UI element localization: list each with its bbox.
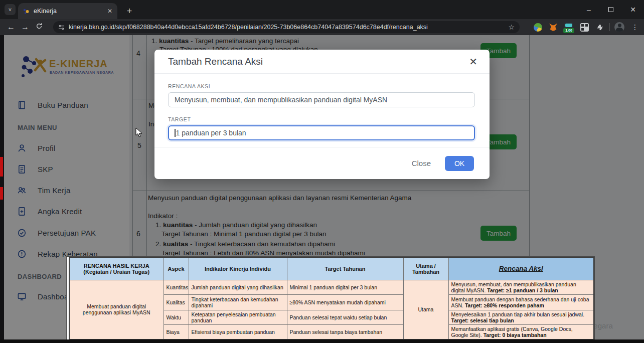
target-label: TARGET: [168, 116, 476, 122]
browser-toolbar: ← → kinerja.bkn.go.id/skp/f068288b40a44d…: [0, 19, 644, 35]
rencana-aksi-input[interactable]: Menyusun, membuat, dan mempublikasikan p…: [168, 92, 475, 107]
extensions-puzzle-icon[interactable]: [594, 21, 606, 33]
screen-edge-red-strip: [0, 157, 3, 177]
rencana-aksi-label: RENCANA AKSI: [168, 83, 476, 89]
minimize-button[interactable]: –: [578, 0, 600, 19]
close-window-button[interactable]: ✕: [622, 0, 644, 19]
target-input[interactable]: 1 panduan per 3 bulan: [168, 125, 475, 140]
browser-menu-icon[interactable]: ⋮: [629, 21, 641, 33]
text-caret: [175, 129, 176, 137]
modal-footer: Close OK: [154, 147, 490, 179]
aspek-cell: Kualitas: [164, 294, 189, 310]
aksi-cell: Membuat panduan dengan bahasa sederhana …: [448, 294, 594, 310]
tab-search-button[interactable]: ˅: [5, 4, 16, 15]
col-header-rencana-aksi: Rencana Aksi: [448, 257, 594, 280]
restore-button[interactable]: [600, 0, 622, 19]
indikator-cell: Tingkat keterbacaan dan kemudahan dipaha…: [189, 294, 287, 310]
target-cell: ≥80% ASN menyatakan mudah dipahami: [287, 294, 403, 310]
aksi-cell: Memanfaatkan aplikasi gratis (Canva, Goo…: [448, 324, 594, 339]
indikator-cell: Jumlah panduan digital yang dihasilkan: [189, 280, 287, 294]
kegiatan-cell: Membuat panduan digital penggunaan aplik…: [69, 280, 164, 339]
restore-icon: [608, 7, 613, 12]
indikator-cell: Ketepatan penyelesaian pembuatan panduan: [189, 310, 287, 324]
tab-close-icon[interactable]: ✕: [107, 8, 112, 15]
browser-tab-ekinerja[interactable]: eKinerja ✕: [18, 3, 117, 19]
new-tab-button[interactable]: +: [123, 5, 135, 17]
aksi-cell: Menyelesaikan 1 panduan tiap akhir bulan…: [448, 310, 594, 324]
aksi-cell: Menyusun, membuat, dan mempublikasikan p…: [448, 280, 594, 294]
col-header-aspek: Aspek: [164, 257, 189, 280]
browser-window: ˅ eKinerja ✕ + – ✕ ← → kinerja.bkn.go.id…: [0, 0, 644, 343]
extension-badge: 1.00: [563, 28, 574, 33]
utama-cell: Utama: [403, 280, 448, 339]
forward-button[interactable]: →: [18, 23, 32, 32]
ekinerja-favicon-icon: [23, 8, 30, 15]
col-header-utama-tambahan: Utama / Tambahan: [403, 257, 448, 280]
chevron-down-icon: ˅: [9, 7, 12, 13]
bookmark-star-icon[interactable]: ☆: [508, 23, 515, 31]
ok-button[interactable]: OK: [445, 156, 474, 171]
metamask-fox-icon[interactable]: [547, 21, 559, 33]
modal-close-icon[interactable]: ✕: [469, 57, 477, 67]
tab-strip: ˅ eKinerja ✕ + – ✕: [0, 0, 644, 19]
extensions-bar: 1.00 ⋮: [532, 21, 641, 33]
window-controls: – ✕: [578, 0, 644, 19]
tab-title: eKinerja: [34, 8, 103, 15]
site-settings-icon: [58, 24, 65, 31]
indikator-cell: Efisiensi biaya pembuatan panduan: [189, 324, 287, 339]
target-cell: Minimal 1 panduan digital per 3 bulan: [287, 280, 403, 294]
close-button[interactable]: Close: [412, 159, 431, 167]
aspek-cell: Waktu: [164, 310, 189, 324]
url-bar[interactable]: kinerja.bkn.go.id/skp/f068288b40a44d0ebc…: [53, 21, 520, 33]
idm-extension-icon[interactable]: [532, 21, 544, 33]
screen-edge-red-strip: [0, 187, 3, 200]
toolbar-divider: [609, 23, 610, 31]
target-cell: Panduan selesai tanpa biaya tambahan: [287, 324, 403, 339]
modal-header: Tambah Rencana Aksi ✕: [154, 50, 490, 74]
col-header-rencana-hasil-kerja: RENCANA HASIL KERJA (Kegiatan / Uraian T…: [69, 257, 164, 280]
back-button[interactable]: ←: [4, 23, 18, 32]
wallet-extension-icon[interactable]: 1.00: [563, 21, 575, 33]
rencana-aksi-summary-table: RENCANA HASIL KERJA (Kegiatan / Uraian T…: [67, 257, 594, 340]
tambah-rencana-aksi-modal: Tambah Rencana Aksi ✕ RENCANA AKSI Menyu…: [154, 50, 490, 179]
col-header-target-tahunan: Target Tahunan: [287, 257, 403, 280]
aspek-cell: Biaya: [164, 324, 189, 339]
modal-title: Tambah Rencana Aksi: [168, 56, 263, 67]
reload-icon: [36, 23, 43, 30]
target-cell: Panduan selesai tepat waktu setiap bulan: [287, 310, 403, 324]
col-header-indikator: Indikator Kinerja Individu: [189, 257, 287, 280]
rencana-aksi-value: Menyusun, membuat, dan mempublikasikan p…: [175, 96, 387, 104]
aspek-cell: Kuantitas: [164, 280, 189, 294]
target-value: 1 panduan per 3 bulan: [176, 129, 246, 137]
profile-avatar[interactable]: [613, 21, 625, 33]
url-text[interactable]: kinerja.bkn.go.id/skp/f068288b40a44d0ebc…: [69, 24, 504, 31]
bottom-screen-bar: [0, 339, 644, 343]
modal-body: RENCANA AKSI Menyusun, membuat, dan memp…: [154, 74, 490, 140]
reload-button[interactable]: [32, 23, 46, 32]
mouse-cursor: [135, 127, 143, 138]
qr-extension-icon[interactable]: [578, 21, 590, 33]
